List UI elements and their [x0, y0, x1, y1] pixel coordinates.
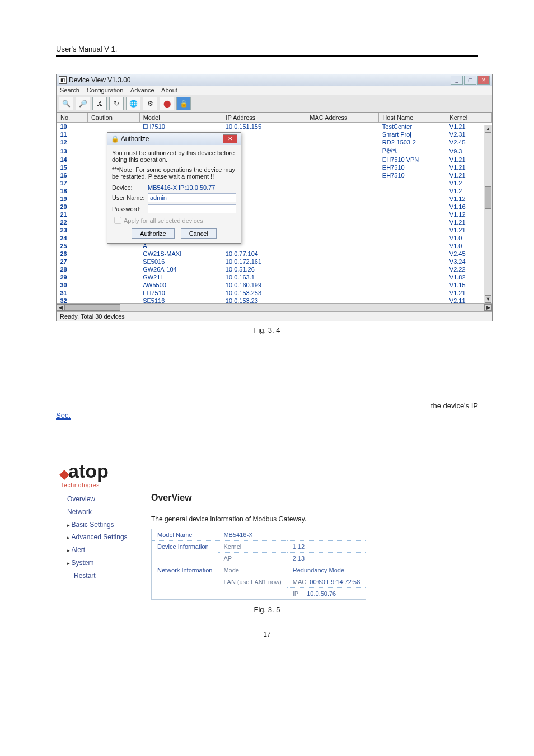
table-row[interactable]: 30AW550010.0.160.199V1.15	[57, 281, 492, 289]
model-name-label: Model Name	[152, 529, 218, 541]
web-overview-region: atop Technologies Overview Network Basic…	[56, 454, 414, 600]
toolbtn-magnify-icon[interactable]: 🔎	[76, 97, 90, 110]
ap-label: AP	[218, 553, 287, 564]
figure-label-2: Fig. 3. 5	[56, 605, 478, 614]
username-label: User Name:	[112, 194, 148, 201]
col-model[interactable]: Model	[139, 113, 222, 123]
menubar: Search Configuration Advance About	[57, 86, 492, 95]
ip-value: 10.0.50.76	[307, 590, 336, 597]
model-name-value: MB5416-X	[218, 529, 366, 541]
page-number: 17	[56, 631, 478, 638]
menu-advance[interactable]: Advance	[130, 87, 154, 94]
mode-label: Mode	[218, 564, 287, 576]
nav-basic-settings[interactable]: Basic Settings	[67, 519, 134, 531]
device-value: MB5416-X IP:10.0.50.77	[148, 184, 215, 191]
toolbtn-lock-icon[interactable]: 🔒	[176, 97, 191, 110]
main-content: OverView The general device information …	[151, 493, 414, 600]
scroll-thumb[interactable]	[485, 186, 491, 209]
nav-overview[interactable]: Overview	[67, 493, 134, 506]
horizontal-scrollbar[interactable]: ◀ ▶	[57, 303, 492, 311]
close-button[interactable]: ✕	[477, 76, 490, 85]
scroll-right-arrow-icon[interactable]: ▶	[484, 304, 492, 311]
figure-label-1: Fig. 3. 4	[56, 326, 478, 334]
vertical-scrollbar[interactable]: ▲ ▼	[484, 125, 492, 303]
info-table: Model Name MB5416-X Device Information K…	[151, 529, 366, 600]
col-ip[interactable]: IP Address	[222, 113, 306, 123]
table-row[interactable]: 26GW21S-MAXI10.0.77.104V2.45	[57, 250, 492, 258]
nav-system[interactable]: System	[67, 557, 134, 570]
apply-all-label: Apply for all selected devices	[124, 217, 203, 224]
minimize-button[interactable]: _	[451, 76, 463, 85]
table-row[interactable]: 28GW26A-10410.0.51.26V2.22	[57, 265, 492, 273]
titlebar: ◧ Device View V1.3.00 _ ▢ ✕	[57, 74, 492, 86]
page-description: The general device information of Modbus…	[151, 515, 414, 523]
password-label: Password:	[112, 206, 148, 212]
toolbtn-globe-icon[interactable]: 🌐	[126, 97, 140, 110]
col-caution[interactable]: Caution	[87, 113, 139, 123]
password-input[interactable]	[148, 204, 236, 213]
table-row[interactable]: 27SE501610.0.172.161V3.24	[57, 258, 492, 265]
kernel-label: Kernel	[218, 541, 287, 553]
menu-search[interactable]: Search	[60, 87, 79, 94]
toolbtn-stop-icon[interactable]: ⬤	[160, 97, 174, 110]
dialog-note: ***Note: For some operations the device …	[112, 166, 236, 180]
cancel-button[interactable]: Cancel	[181, 228, 217, 239]
nav-network[interactable]: Network	[67, 506, 134, 519]
menu-about[interactable]: About	[161, 87, 177, 94]
apply-all-checkbox	[114, 217, 121, 224]
device-info-label: Device Information	[152, 541, 218, 564]
toolbtn-gear-icon[interactable]: ⚙	[143, 97, 157, 110]
scroll-thumb-h[interactable]	[64, 304, 120, 311]
dialog-close-button[interactable]: ✕	[223, 134, 237, 143]
authorize-dialog: 🔒 Authorize ✕ You must be authorized by …	[107, 132, 241, 244]
sec-link[interactable]: Sec.	[56, 411, 71, 420]
nav-alert[interactable]: Alert	[67, 544, 134, 557]
kernel-value: 1.12	[287, 541, 366, 553]
maximize-button[interactable]: ▢	[464, 76, 476, 85]
toolbar: 🔍 🔎 🖧 ↻ 🌐 ⚙ ⬤ 🔒	[57, 95, 492, 113]
authorize-button[interactable]: Authorize	[132, 228, 174, 239]
scroll-left-arrow-icon[interactable]: ◀	[57, 304, 64, 311]
table-row[interactable]: 29GW21L10.0.163.1V1.82	[57, 273, 492, 281]
ip-label: IP	[293, 590, 298, 597]
device-label: Device:	[112, 184, 148, 191]
col-hostname[interactable]: Host Name	[379, 113, 446, 123]
table-row[interactable]: 32SE511610.0.153.23V2.11	[57, 297, 492, 305]
ap-value: 2.13	[287, 553, 366, 564]
col-mac[interactable]: MAC Address	[306, 113, 379, 123]
nav-advanced-settings[interactable]: Advanced Settings	[67, 531, 134, 544]
nav-restart[interactable]: Restart	[67, 570, 134, 582]
table-row[interactable]: 10EH751010.0.151.155TestCenterV1.21	[57, 123, 492, 131]
menu-configuration[interactable]: Configuration	[87, 87, 123, 94]
mid-text: the device's IP	[56, 402, 478, 410]
logo-subtext: Technologies	[60, 482, 414, 488]
sidebar-nav: Overview Network Basic Settings Advanced…	[56, 493, 134, 600]
table-row[interactable]: 31EH751010.0.153.253V1.21	[57, 289, 492, 297]
dialog-message: You must be authorized by this device be…	[112, 150, 236, 163]
lan-label: LAN (use LAN1 now)	[218, 576, 287, 600]
toolbtn-network-icon[interactable]: 🖧	[92, 97, 107, 110]
network-info-label: Network Information	[152, 564, 218, 600]
logo: atop Technologies	[56, 454, 414, 493]
statusbar: Ready, Total 30 devices	[57, 311, 492, 321]
dialog-titlebar: 🔒 Authorize ✕	[107, 133, 241, 145]
app-icon: ◧	[59, 76, 67, 84]
mac-value: 00:60:E9:14:72:58	[310, 578, 360, 585]
col-kernel[interactable]: Kernel	[446, 113, 492, 123]
device-table-region: No. Caution Model IP Address MAC Address…	[57, 113, 492, 303]
mac-label: MAC	[293, 578, 306, 585]
toolbtn-refresh-icon[interactable]: ↻	[109, 97, 124, 110]
device-view-window: ◧ Device View V1.3.00 _ ▢ ✕ Search Confi…	[56, 74, 493, 321]
window-title: Device View V1.3.00	[69, 76, 131, 84]
page-title: OverView	[151, 493, 414, 503]
manual-header: User's Manual V 1.	[56, 45, 478, 55]
scroll-down-arrow-icon[interactable]: ▼	[485, 295, 491, 303]
dialog-title: Authorize	[121, 135, 149, 143]
scroll-up-arrow-icon[interactable]: ▲	[485, 125, 491, 133]
header-divider	[56, 55, 478, 57]
mode-value: Redundancy Mode	[287, 564, 366, 576]
toolbtn-search-icon[interactable]: 🔍	[59, 97, 73, 110]
logo-text: atop	[68, 460, 109, 482]
username-input[interactable]	[148, 193, 236, 202]
col-no[interactable]: No.	[57, 113, 88, 123]
